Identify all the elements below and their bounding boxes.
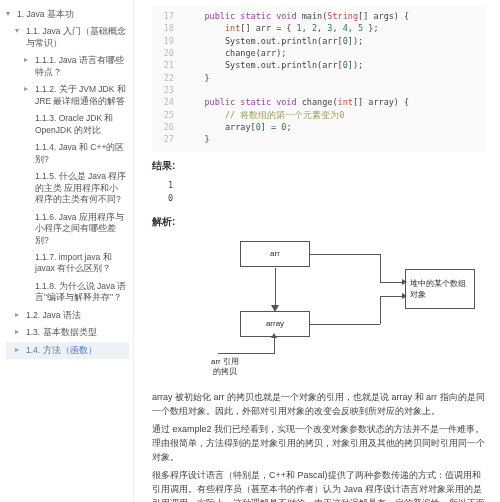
reference-diagram: arr 堆中的某个数组对象 array arr 引用 的拷贝 bbox=[152, 233, 486, 383]
toc-item[interactable]: ▸1.2. Java 语法 bbox=[6, 307, 129, 324]
toc-item[interactable]: 1.1.5. 什么是 Java 程序的主类 应用程序和小程序的主类有何不同? bbox=[6, 168, 129, 208]
chevron-right-icon: ▸ bbox=[15, 310, 23, 321]
paragraph: 通过 example2 我们已经看到，实现一个改变对象参数状态的方法并不是一件难… bbox=[152, 423, 486, 465]
toc-item[interactable]: ▸1.3. 基本数据类型 bbox=[6, 324, 129, 341]
toc-item[interactable]: ▸1.1.1. Java 语言有哪些特点？ bbox=[6, 52, 129, 81]
paragraph: array 被初始化 arr 的拷贝也就是一个对象的引用，也就是说 array … bbox=[152, 391, 486, 419]
diagram-box-arr: arr bbox=[240, 241, 310, 267]
code-block: 17 public static void main(String[] args… bbox=[152, 6, 486, 151]
main-content: 17 public static void main(String[] args… bbox=[134, 0, 500, 502]
chevron-right-icon: ▸ bbox=[15, 327, 23, 338]
toc-item[interactable]: 1.1.7. import java 和 javax 有什么区别？ bbox=[6, 249, 129, 278]
chevron-down-icon: ▾ bbox=[15, 26, 23, 37]
toc-item[interactable]: ▸1.1.2. 关于 JVM JDK 和 JRE 最详细通俗的解答 bbox=[6, 81, 129, 110]
chevron-right-icon: ▸ bbox=[15, 345, 23, 356]
toc-item-selected[interactable]: ▸1.4. 方法（函数） bbox=[6, 342, 129, 359]
diagram-box-heap: 堆中的某个数组对象 bbox=[405, 269, 475, 309]
toc-item[interactable]: 1.1.8. 为什么说 Java 语言"编译与解释并存"？ bbox=[6, 278, 129, 307]
chevron-right-icon: ▸ bbox=[24, 55, 32, 66]
toc-item[interactable]: 1.1.4. Java 和 C++的区别? bbox=[6, 139, 129, 168]
diagram-label-copy: arr 引用 的拷贝 bbox=[200, 357, 250, 376]
toc-item[interactable]: 1.1.6. Java 应用程序与小程序之间有哪些差别? bbox=[6, 209, 129, 249]
toc-item[interactable]: ▾1. Java 基本功 bbox=[6, 6, 129, 23]
section-explain: 解析: bbox=[152, 215, 486, 229]
section-result: 结果: bbox=[152, 159, 486, 173]
output-block: 1 0 bbox=[152, 177, 486, 209]
toc-item[interactable]: 1.1.3. Oracle JDK 和 OpenJDK 的对比 bbox=[6, 110, 129, 139]
toc-item[interactable]: ▾1.1. Java 入门（基础概念与常识） bbox=[6, 23, 129, 52]
toc-sidebar: ▾1. Java 基本功 ▾1.1. Java 入门（基础概念与常识） ▸1.1… bbox=[0, 0, 134, 502]
chevron-down-icon: ▾ bbox=[6, 9, 14, 20]
paragraph: 很多程序设计语言（特别是，C++和 Pascal)提供了两种参数传递的方式：值调… bbox=[152, 469, 486, 502]
chevron-right-icon: ▸ bbox=[24, 84, 32, 95]
